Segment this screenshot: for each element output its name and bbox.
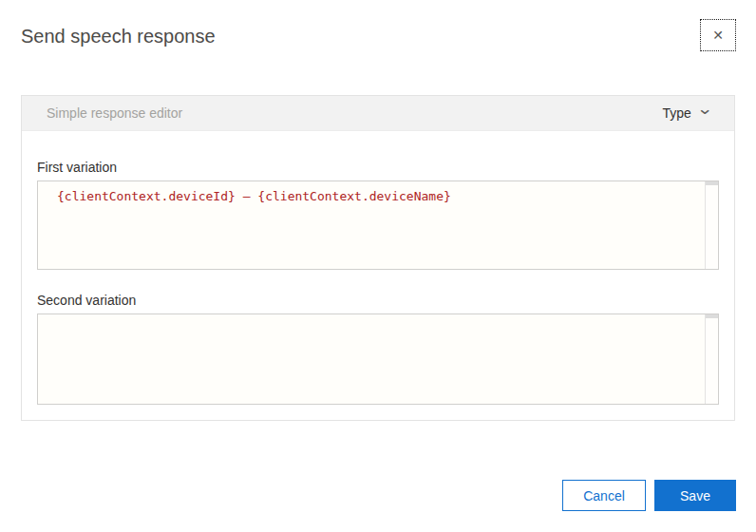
save-button[interactable]: Save xyxy=(654,480,736,511)
type-dropdown[interactable]: Type ⌄ xyxy=(662,105,711,121)
response-editor-panel: Simple response editor Type ⌄ First vari… xyxy=(21,95,735,421)
second-variation-editor[interactable] xyxy=(37,314,719,405)
scrollbar-shadow xyxy=(706,314,718,318)
send-speech-response-dialog: { "dialog": { "title": "Send speech resp… xyxy=(0,0,756,532)
scrollbar-shadow xyxy=(706,181,718,185)
panel-header-label: Simple response editor xyxy=(47,105,662,121)
chevron-down-icon: ⌄ xyxy=(696,105,713,113)
second-variation-label: Second variation xyxy=(37,291,719,310)
type-dropdown-label: Type xyxy=(662,105,690,121)
dialog-footer: Cancel Save xyxy=(562,480,736,511)
first-variation-code[interactable]: {clientContext.deviceId} – {clientContex… xyxy=(38,181,705,269)
second-variation-code[interactable] xyxy=(38,314,705,404)
page-title: Send speech response xyxy=(21,23,216,49)
close-icon: ✕ xyxy=(712,28,724,42)
panel-header: Simple response editor Type ⌄ xyxy=(22,96,734,131)
scrollbar-track[interactable] xyxy=(705,314,718,404)
scrollbar-track[interactable] xyxy=(705,181,718,269)
cancel-button[interactable]: Cancel xyxy=(562,480,646,511)
first-variation-label: First variation xyxy=(37,158,719,177)
panel-body: First variation {clientContext.deviceId}… xyxy=(22,131,734,405)
close-button[interactable]: ✕ xyxy=(700,19,736,51)
first-variation-editor[interactable]: {clientContext.deviceId} – {clientContex… xyxy=(37,180,719,270)
